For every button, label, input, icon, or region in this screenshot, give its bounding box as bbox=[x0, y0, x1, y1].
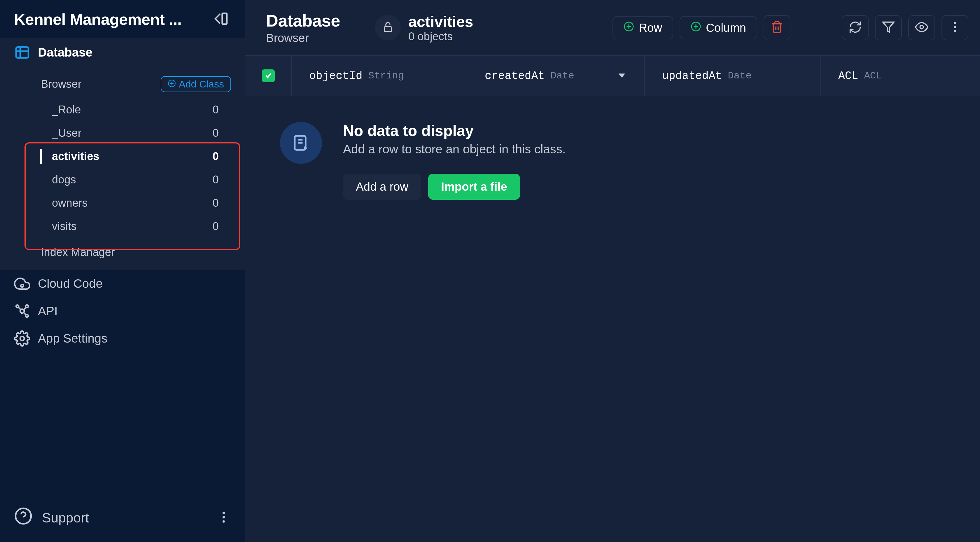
empty-state: No data to display Add a row to store an… bbox=[245, 96, 980, 226]
plus-circle-icon bbox=[624, 21, 634, 34]
class-item-owners[interactable]: owners 0 bbox=[0, 191, 245, 215]
subnav: Browser Add Class _Role 0 _User 0 bbox=[0, 66, 245, 270]
svg-point-31 bbox=[954, 26, 956, 28]
filter-button[interactable] bbox=[875, 15, 902, 40]
class-name: owners bbox=[52, 197, 88, 209]
add-class-button[interactable]: Add Class bbox=[161, 76, 231, 92]
sidebar-header: Kennel Management ... bbox=[0, 0, 245, 39]
column-name: ACL bbox=[838, 70, 858, 82]
class-item-role[interactable]: _Role 0 bbox=[0, 98, 245, 121]
svg-line-12 bbox=[18, 307, 21, 310]
class-item-dogs[interactable]: dogs 0 bbox=[0, 168, 245, 191]
class-count: 0 bbox=[213, 103, 219, 116]
class-count: 0 bbox=[213, 127, 219, 139]
breadcrumb: Database Browser bbox=[266, 11, 340, 45]
svg-point-10 bbox=[25, 305, 28, 308]
svg-point-20 bbox=[223, 520, 225, 523]
empty-title: No data to display bbox=[343, 122, 566, 139]
add-column-button[interactable]: Column bbox=[679, 16, 757, 39]
class-count: 0 bbox=[213, 173, 219, 186]
refresh-button[interactable] bbox=[842, 15, 869, 40]
permissions-button[interactable] bbox=[375, 15, 401, 41]
support-link[interactable]: Support bbox=[14, 507, 216, 529]
nav-app-settings-label: App Settings bbox=[38, 332, 107, 345]
database-icon bbox=[14, 45, 30, 60]
nav-app-settings[interactable]: App Settings bbox=[0, 325, 245, 352]
class-count-label: 0 objects bbox=[408, 30, 473, 43]
column-type: String bbox=[368, 70, 404, 81]
class-name: dogs bbox=[52, 173, 76, 186]
column-type: ACL bbox=[864, 70, 882, 81]
refresh-icon bbox=[848, 21, 862, 35]
empty-import-file-button[interactable]: Import a file bbox=[428, 174, 520, 200]
empty-add-row-button[interactable]: Add a row bbox=[343, 174, 421, 200]
svg-point-9 bbox=[16, 305, 19, 308]
subnav-header: Browser Add Class bbox=[0, 73, 245, 98]
svg-point-7 bbox=[21, 284, 23, 287]
svg-rect-21 bbox=[384, 27, 392, 32]
nav-database-label: Database bbox=[38, 46, 92, 59]
table-header: objectId String createdAt Date updatedAt… bbox=[245, 56, 980, 96]
class-item-activities[interactable]: activities 0 bbox=[0, 145, 245, 168]
class-count: 0 bbox=[213, 197, 219, 209]
empty-state-icon bbox=[280, 122, 322, 164]
main-panel: Database Browser activities 0 objects bbox=[245, 0, 980, 542]
select-all-cell bbox=[245, 56, 292, 96]
column-name: createdAt bbox=[485, 70, 544, 82]
index-manager-link[interactable]: Index Manager bbox=[0, 238, 245, 261]
empty-text: No data to display Add a row to store an… bbox=[343, 122, 566, 200]
plus-circle-icon bbox=[690, 21, 701, 34]
app-title: Kennel Management ... bbox=[14, 10, 211, 28]
check-icon bbox=[264, 71, 273, 81]
svg-line-14 bbox=[24, 313, 26, 315]
more-vertical-icon bbox=[216, 520, 231, 525]
add-row-button[interactable]: Row bbox=[612, 16, 673, 39]
footer-menu-button[interactable] bbox=[216, 510, 231, 526]
delete-button[interactable] bbox=[764, 15, 791, 40]
add-column-label: Column bbox=[706, 21, 746, 34]
svg-point-19 bbox=[223, 516, 225, 518]
topbar-actions: Row Column bbox=[612, 15, 968, 40]
svg-point-29 bbox=[920, 25, 923, 29]
svg-point-11 bbox=[25, 315, 28, 317]
column-header-acl[interactable]: ACL ACL bbox=[821, 56, 980, 96]
svg-rect-1 bbox=[16, 47, 28, 58]
sidebar-collapse-button[interactable] bbox=[211, 9, 231, 29]
eye-icon bbox=[915, 21, 928, 35]
select-all-checkbox[interactable] bbox=[262, 69, 275, 82]
column-header-updatedat[interactable]: updatedAt Date bbox=[644, 56, 821, 96]
nav-api-label: API bbox=[38, 304, 58, 318]
breadcrumb-sub: Browser bbox=[266, 32, 340, 45]
nav-api[interactable]: API bbox=[0, 297, 245, 325]
column-header-objectid[interactable]: objectId String bbox=[292, 56, 467, 96]
add-class-label: Add Class bbox=[179, 78, 224, 90]
nav-cloud-code[interactable]: Cloud Code bbox=[0, 270, 245, 297]
class-item-visits[interactable]: visits 0 bbox=[0, 215, 245, 238]
nav-database[interactable]: Database bbox=[0, 39, 245, 66]
class-name: activities bbox=[52, 150, 99, 163]
cloud-icon bbox=[14, 275, 30, 292]
empty-actions: Add a row Import a file bbox=[343, 174, 566, 200]
svg-line-13 bbox=[24, 307, 26, 310]
topbar: Database Browser activities 0 objects bbox=[245, 0, 980, 56]
class-item-user[interactable]: _User 0 bbox=[0, 121, 245, 145]
sidebar-footer: Support bbox=[0, 493, 245, 542]
visibility-button[interactable] bbox=[908, 15, 935, 40]
class-count: 0 bbox=[213, 220, 219, 233]
svg-point-18 bbox=[223, 512, 225, 514]
column-type: Date bbox=[550, 70, 574, 81]
column-type: Date bbox=[728, 70, 752, 81]
column-header-createdat[interactable]: createdAt Date bbox=[467, 56, 644, 96]
breadcrumb-title: Database bbox=[266, 11, 340, 30]
column-name: updatedAt bbox=[662, 70, 722, 82]
class-name: visits bbox=[52, 220, 76, 233]
class-list: _Role 0 _User 0 activities 0 dogs 0 owne… bbox=[0, 98, 245, 238]
add-row-label: Row bbox=[639, 21, 662, 34]
more-vertical-icon bbox=[948, 21, 962, 35]
help-circle-icon bbox=[14, 507, 33, 529]
more-menu-button[interactable] bbox=[942, 15, 968, 40]
svg-rect-0 bbox=[222, 13, 227, 24]
svg-marker-33 bbox=[619, 73, 625, 78]
class-count: 0 bbox=[213, 150, 219, 163]
column-name: objectId bbox=[309, 70, 362, 82]
